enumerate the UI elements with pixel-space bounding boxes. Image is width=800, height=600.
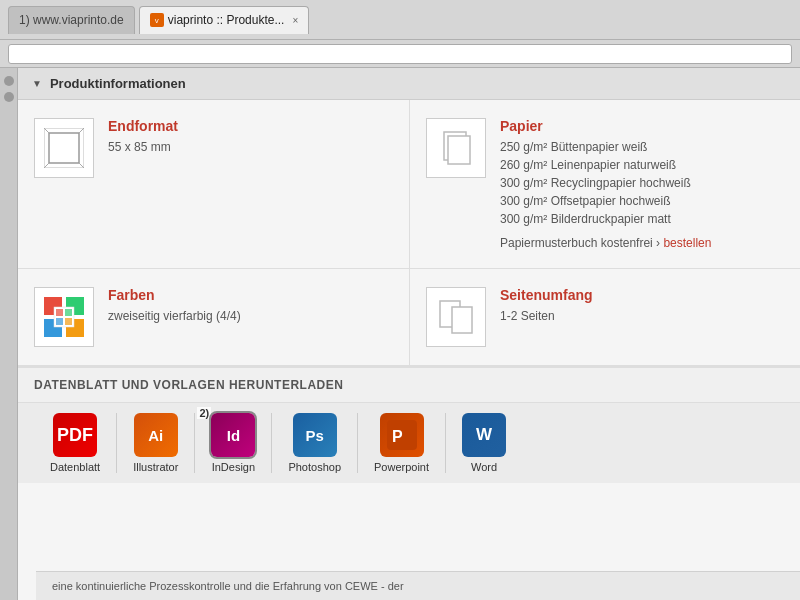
endformat-info: Endformat 55 x 85 mm	[108, 118, 178, 156]
section-header[interactable]: ▼ Produktinformationen	[18, 68, 800, 100]
svg-rect-19	[65, 318, 72, 325]
tool-photoshop[interactable]: Ps Photoshop	[271, 413, 357, 473]
papier-option-2: 260 g/m² Leinenpapier naturweiß	[500, 156, 711, 174]
photoshop-label: Photoshop	[288, 461, 341, 473]
svg-rect-0	[49, 133, 79, 163]
browser-tab-bar: 1) www.viaprinto.de v viaprinto :: Produ…	[0, 0, 800, 40]
tool-word[interactable]: W Word	[445, 413, 522, 473]
bestellen-link[interactable]: bestellen	[663, 236, 711, 250]
word-icon: W	[462, 413, 506, 457]
papier-svg-icon	[436, 128, 476, 168]
footer-text: eine kontinuierliche Prozesskontrolle un…	[52, 580, 404, 592]
svg-rect-10	[448, 136, 470, 164]
product-info-grid: Endformat 55 x 85 mm Papier 250 g/m² Büt…	[18, 100, 800, 366]
word-label: Word	[471, 461, 497, 473]
musterbuch-text: Papiermusterbuch kostenfrei ›	[500, 236, 663, 250]
farben-info: Farben zweiseitig vierfarbig (4/4)	[108, 287, 241, 325]
download-tools-bar: PDF Datenblatt Ai Illustrator 2) Id InDe…	[18, 403, 800, 483]
papier-info: Papier 250 g/m² Büttenpapier weiß 260 g/…	[500, 118, 711, 250]
datenblatt-label: Datenblatt	[50, 461, 100, 473]
tab-active-label: viaprinto :: Produkte...	[168, 13, 285, 27]
product-cell-seitenumfang: Seitenumfang 1-2 Seiten	[409, 269, 800, 366]
seitenumfang-svg-icon	[436, 297, 476, 337]
ppt-icon: P	[380, 413, 424, 457]
product-cell-papier: Papier 250 g/m² Büttenpapier weiß 260 g/…	[409, 100, 800, 269]
papier-option-4: 300 g/m² Offsetpapier hochweiß	[500, 192, 711, 210]
indesign-label: InDesign	[212, 461, 255, 473]
seitenumfang-icon-box	[426, 287, 486, 347]
seitenumfang-title: Seitenumfang	[500, 287, 593, 303]
main-content: ▼ Produktinformationen Endfor	[18, 68, 800, 600]
papier-option-5: 300 g/m² Bilderdruckpapier matt	[500, 210, 711, 228]
farben-icon-box	[34, 287, 94, 347]
seitenumfang-detail: 1-2 Seiten	[500, 307, 593, 325]
papier-option-3: 300 g/m² Recyclingpapier hochweiß	[500, 174, 711, 192]
svg-rect-17	[65, 309, 72, 316]
tool-illustrator[interactable]: Ai Illustrator	[116, 413, 194, 473]
farben-svg-icon	[42, 295, 86, 339]
indesign-badge: 2)	[197, 407, 211, 419]
tool-powerpoint[interactable]: P Powerpoint	[357, 413, 445, 473]
section-title: Produktinformationen	[50, 76, 186, 91]
seitenumfang-info: Seitenumfang 1-2 Seiten	[500, 287, 593, 325]
sidebar-dot-2	[4, 92, 14, 102]
tab-inactive-label: 1) www.viaprinto.de	[19, 13, 124, 27]
svg-rect-16	[56, 309, 63, 316]
svg-line-4	[79, 163, 84, 168]
papier-option-1: 250 g/m² Büttenpapier weiß	[500, 138, 711, 156]
illustrator-label: Illustrator	[133, 461, 178, 473]
tab-active[interactable]: v viaprinto :: Produkte... ×	[139, 6, 310, 34]
footer-text-bar: eine kontinuierliche Prozesskontrolle un…	[36, 571, 800, 600]
farben-detail: zweiseitig vierfarbig (4/4)	[108, 307, 241, 325]
download-section: DATENBLATT UND VORLAGEN HERUNTERLADEN PD…	[18, 366, 800, 483]
papier-musterbuch-link[interactable]: Papiermusterbuch kostenfrei › bestellen	[500, 236, 711, 250]
tab-close-button[interactable]: ×	[292, 15, 298, 26]
svg-text:P: P	[392, 428, 403, 445]
svg-line-1	[44, 128, 49, 133]
ai-icon: Ai	[134, 413, 178, 457]
id-icon: Id	[211, 413, 255, 457]
address-bar-row	[0, 40, 800, 68]
endformat-icon-box	[34, 118, 94, 178]
tool-datenblatt[interactable]: PDF Datenblatt	[34, 413, 116, 473]
tab-inactive[interactable]: 1) www.viaprinto.de	[8, 6, 135, 34]
tool-indesign[interactable]: 2) Id InDesign	[194, 413, 271, 473]
pdf-icon: PDF	[53, 413, 97, 457]
endformat-svg-icon	[44, 128, 84, 168]
sidebar-strip	[0, 68, 18, 600]
product-cell-endformat: Endformat 55 x 85 mm	[18, 100, 409, 269]
papier-icon-box	[426, 118, 486, 178]
svg-rect-18	[56, 318, 63, 325]
ppt-svg: P	[387, 420, 417, 450]
endformat-detail: 55 x 85 mm	[108, 138, 178, 156]
endformat-title: Endformat	[108, 118, 178, 134]
svg-rect-21	[452, 307, 472, 333]
powerpoint-label: Powerpoint	[374, 461, 429, 473]
address-bar[interactable]	[8, 44, 792, 64]
download-header: DATENBLATT UND VORLAGEN HERUNTERLADEN	[18, 368, 800, 403]
sidebar-dot-1	[4, 76, 14, 86]
papier-title: Papier	[500, 118, 711, 134]
collapse-icon: ▼	[32, 78, 42, 89]
product-cell-farben: Farben zweiseitig vierfarbig (4/4)	[18, 269, 409, 366]
ps-icon: Ps	[293, 413, 337, 457]
farben-title: Farben	[108, 287, 241, 303]
svg-line-2	[79, 128, 84, 133]
tab-favicon: v	[150, 13, 164, 27]
svg-line-3	[44, 163, 49, 168]
